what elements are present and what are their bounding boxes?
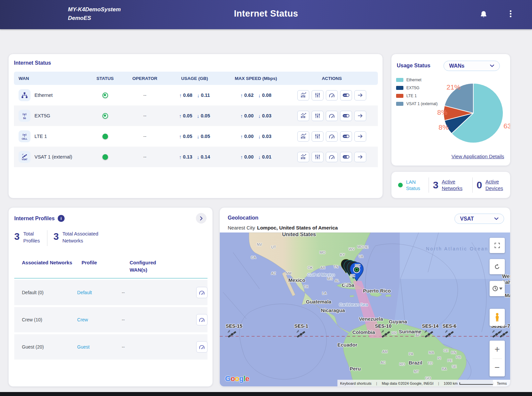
statistics-button[interactable] — [297, 131, 309, 142]
configure-button[interactable] — [312, 90, 324, 100]
map-label-water: Caribbean Sea — [339, 302, 368, 307]
details-arrow-button[interactable] — [354, 131, 366, 142]
status-indicator-up — [102, 113, 108, 119]
enable-toggle[interactable] — [340, 111, 352, 121]
pie-label-ethernet: 63% — [503, 122, 510, 130]
speed-test-button[interactable] — [196, 314, 207, 325]
map-label-br-state: AC — [381, 361, 385, 364]
toolbar: Last Updated at: 2024-03-01 15:49:43 Aut… — [0, 29, 532, 50]
speed-test-button[interactable] — [326, 131, 338, 142]
usage-status-card: Usage Status WANs Ethernet EXT5G LTE 1 V… — [391, 54, 510, 166]
configure-button[interactable] — [312, 131, 324, 142]
fullscreen-button[interactable] — [490, 238, 505, 253]
speed-down: 0.08 — [262, 93, 271, 98]
upload-arrow-icon: ↑ — [179, 154, 182, 160]
profiles-table-body: Default (0) Default -- Crew (10) Crew --… — [14, 280, 207, 362]
google-map[interactable]: United States Mexico Guatemala Nicaragua… — [220, 232, 510, 387]
profile-link[interactable]: Default — [77, 290, 92, 295]
lan-status-indicator — [398, 183, 403, 187]
terms-link[interactable]: Terms — [493, 380, 510, 387]
pegman-button[interactable] — [490, 309, 505, 326]
download-arrow-icon: ↓ — [258, 113, 261, 119]
taskbar-sliver — [0, 392, 532, 396]
zoom-control: + − — [490, 341, 505, 376]
divider — [47, 230, 47, 246]
details-arrow-button[interactable] — [354, 111, 366, 121]
history-clock-button[interactable] — [490, 281, 505, 296]
chevron-down-icon — [490, 64, 494, 67]
usage-scope-select[interactable]: WANs — [443, 61, 500, 71]
scale-text: 1000 km — [444, 381, 458, 385]
map-label-us-state: MS — [327, 277, 333, 281]
keyboard-shortcuts-link[interactable]: Keyboard shortcuts — [340, 381, 372, 385]
map-label-us-state: MO — [320, 250, 325, 254]
statistics-button[interactable] — [297, 90, 309, 100]
geolocation-source-select[interactable]: VSAT — [454, 214, 504, 224]
operator-value: -- — [127, 134, 163, 139]
table-row-ethernet: Ethernet -- ↑0.68 ↓0.11 ↑0.62 ↓0.08 — [14, 85, 378, 105]
speed-test-button[interactable] — [326, 111, 338, 121]
satellite-icon — [444, 330, 454, 338]
satellite-icon — [227, 330, 237, 338]
total-profiles-count: 3 — [14, 231, 20, 242]
map-label-br-state: SE — [452, 364, 457, 368]
google-logo[interactable]: Google — [225, 374, 249, 383]
map-label-br-state: AM — [382, 350, 388, 354]
map-label-us-state: OK — [308, 266, 313, 270]
total-networks-count: 3 — [53, 231, 59, 242]
map-label-country: Guatemala — [306, 299, 331, 304]
satellite-icon: VSAT — [19, 151, 30, 163]
usage-up: 0.05 — [183, 113, 192, 118]
download-arrow-icon: ↓ — [197, 93, 200, 98]
speed-test-button[interactable] — [196, 341, 207, 353]
table-row-default: Default (0) Default -- — [14, 280, 207, 305]
satellite-icon — [296, 330, 306, 338]
reset-view-button[interactable] — [490, 259, 505, 274]
enable-toggle[interactable] — [340, 90, 352, 100]
enable-toggle[interactable] — [340, 152, 352, 162]
operator-value: -- — [127, 93, 163, 98]
view-application-details-link[interactable]: View Application Details — [451, 154, 504, 159]
map-label-us-state: WV — [349, 247, 355, 251]
map-label-br-state: CE — [443, 349, 448, 353]
active-networks-link[interactable]: Active Networks — [442, 178, 468, 192]
download-arrow-icon: ↓ — [197, 154, 200, 160]
overflow-menu-icon[interactable] — [508, 9, 513, 20]
notifications-bell-icon[interactable] — [479, 10, 488, 19]
speed-test-button[interactable] — [326, 90, 338, 100]
map-label-us-state: UT — [271, 245, 276, 249]
statistics-button[interactable] — [297, 152, 309, 162]
app-header: MY-K4DemoSystem DemoES Internet Status — [0, 0, 532, 29]
info-icon[interactable]: i — [58, 215, 65, 222]
zoom-out-button[interactable]: − — [490, 359, 505, 377]
total-profiles-label: Total Profiles — [23, 230, 43, 244]
upload-arrow-icon: ↑ — [179, 113, 182, 119]
download-arrow-icon: ↓ — [197, 134, 200, 139]
profiles-expand-button[interactable] — [196, 213, 207, 224]
statistics-button[interactable] — [297, 111, 309, 121]
details-arrow-button[interactable] — [354, 90, 366, 100]
profile-link[interactable]: Crew — [77, 317, 88, 322]
usage-up: 0.13 — [183, 154, 192, 160]
map-label-us-state: AL — [335, 279, 339, 283]
profile-link[interactable]: Guest — [77, 344, 89, 350]
speed-test-button[interactable] — [326, 152, 338, 162]
table-row-vsat1: VSAT VSAT 1 (external) -- ↑0.13 ↓0.14 ↑0… — [14, 147, 378, 167]
configure-button[interactable] — [312, 152, 324, 162]
satellite-label: SES-14 — [422, 323, 439, 329]
network-name: Crew (10) — [14, 317, 77, 322]
profiles-summary: 3 Total Profiles 3 Total Associated Netw… — [14, 230, 105, 246]
col-profile: Profile — [82, 259, 130, 274]
map-label-br-state: RO — [399, 362, 405, 366]
speed-test-button[interactable] — [196, 287, 207, 298]
map-label-country: Puerto Rico — [363, 288, 391, 294]
configure-button[interactable] — [312, 111, 324, 121]
ethernet-icon — [19, 89, 30, 101]
internet-status-title: Internet Status — [14, 60, 51, 66]
map-label-country: Ecuador — [337, 342, 357, 348]
enable-toggle[interactable] — [340, 131, 352, 142]
zoom-in-button[interactable]: + — [490, 341, 505, 359]
active-devices-link[interactable]: Active Devices — [485, 178, 508, 192]
map-label-br-state: BA — [442, 367, 447, 371]
details-arrow-button[interactable] — [354, 152, 366, 162]
